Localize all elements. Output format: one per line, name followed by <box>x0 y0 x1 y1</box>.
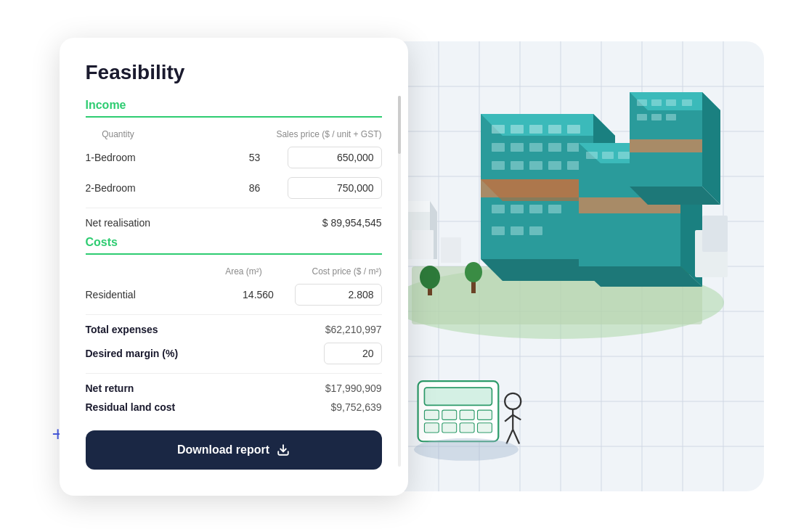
svg-rect-93 <box>442 422 456 432</box>
costs-section-label: Costs <box>86 236 382 255</box>
svg-rect-54 <box>511 226 524 235</box>
svg-rect-78 <box>666 114 676 120</box>
desired-margin-row: Desired margin (%) <box>86 343 382 364</box>
svg-rect-83 <box>702 216 728 252</box>
svg-point-102 <box>414 438 519 460</box>
svg-rect-32 <box>492 125 505 134</box>
header-sales-price: Sales price ($ / unit + GST) <box>151 129 382 139</box>
divider-3 <box>86 373 382 374</box>
svg-rect-88 <box>424 410 439 420</box>
svg-rect-75 <box>682 99 692 106</box>
svg-rect-74 <box>666 99 676 106</box>
svg-rect-95 <box>477 422 492 432</box>
total-expenses-label: Total expenses <box>86 324 158 335</box>
svg-rect-46 <box>529 161 542 170</box>
svg-rect-90 <box>460 410 474 420</box>
svg-rect-85 <box>441 237 461 263</box>
download-icon <box>277 443 290 457</box>
svg-rect-55 <box>529 226 542 235</box>
svg-rect-33 <box>511 125 524 134</box>
svg-rect-94 <box>460 422 474 432</box>
net-realisation-label: Net realisation <box>86 217 151 229</box>
residual-land-cost-value: $9,752,639 <box>330 401 381 413</box>
svg-rect-35 <box>548 125 561 134</box>
scroll-thumb[interactable] <box>398 96 401 154</box>
income-table-header: Quantity Sales price ($ / unit + GST) <box>86 129 382 139</box>
header-area: Area (m²) <box>208 266 280 277</box>
svg-rect-42 <box>548 143 561 152</box>
svg-point-23 <box>465 262 482 282</box>
svg-rect-53 <box>492 226 505 235</box>
costs-table-header: Area (m²) Cost price ($ / m²) <box>86 266 382 277</box>
total-expenses-value: $62,210,997 <box>325 324 382 335</box>
svg-rect-40 <box>511 143 524 152</box>
svg-rect-87 <box>424 388 492 405</box>
svg-rect-89 <box>442 410 456 420</box>
svg-rect-92 <box>424 422 439 432</box>
svg-rect-91 <box>477 410 492 420</box>
divider-2 <box>86 314 382 315</box>
net-realisation-row: Net realisation $ 89,954,545 <box>86 217 382 229</box>
svg-line-100 <box>506 429 513 443</box>
svg-rect-39 <box>492 143 505 152</box>
svg-rect-51 <box>529 205 542 213</box>
bedroom-1-qty: 53 <box>222 152 288 163</box>
bedroom-2-price-input[interactable] <box>288 177 382 199</box>
desired-margin-label: Desired margin (%) <box>86 348 324 359</box>
svg-rect-36 <box>567 125 580 134</box>
svg-marker-70 <box>702 92 720 205</box>
residential-area: 14.560 <box>222 289 295 300</box>
net-realisation-value: $ 89,954,545 <box>322 217 382 229</box>
svg-rect-47 <box>548 161 561 170</box>
income-row-1bedroom: 1-Bedroom 53 <box>86 147 382 168</box>
svg-point-21 <box>420 266 440 289</box>
svg-rect-48 <box>567 161 580 170</box>
svg-rect-62 <box>602 152 614 159</box>
residual-land-cost-label: Residual land cost <box>86 401 176 413</box>
svg-line-99 <box>513 414 521 420</box>
background-panel <box>357 41 764 491</box>
svg-rect-61 <box>586 152 598 159</box>
svg-rect-50 <box>511 205 524 213</box>
net-return-label: Net return <box>86 382 134 394</box>
svg-marker-57 <box>579 266 702 287</box>
svg-rect-52 <box>548 205 561 213</box>
bedroom-2-label: 2-Bedroom <box>86 182 222 194</box>
bedroom-1-price-input[interactable] <box>288 147 382 168</box>
svg-rect-41 <box>529 143 542 152</box>
svg-rect-34 <box>529 125 542 134</box>
svg-rect-76 <box>637 114 647 120</box>
feasibility-card: Feasibility Income Quantity Sales price … <box>60 38 408 496</box>
download-report-label: Download report <box>177 443 269 457</box>
residential-label: Residential <box>86 289 222 300</box>
svg-rect-84 <box>412 230 434 259</box>
desired-margin-input[interactable] <box>324 343 382 364</box>
svg-rect-71 <box>630 139 702 152</box>
costs-row-residential: Residential 14.560 <box>86 284 382 306</box>
svg-line-98 <box>505 414 513 421</box>
bedroom-2-qty: 86 <box>222 182 288 194</box>
svg-point-96 <box>505 393 521 409</box>
bedroom-1-label: 1-Bedroom <box>86 152 222 163</box>
svg-rect-77 <box>651 114 662 120</box>
svg-rect-49 <box>492 205 505 213</box>
net-return-row: Net return $17,990,909 <box>86 382 382 394</box>
residual-land-cost-row: Residual land cost $9,752,639 <box>86 401 382 413</box>
divider-1 <box>86 208 382 208</box>
net-return-value: $17,990,909 <box>325 382 382 394</box>
residential-cost-input[interactable] <box>295 284 382 306</box>
svg-rect-73 <box>651 99 662 106</box>
svg-rect-44 <box>492 161 505 170</box>
total-expenses-row: Total expenses $62,210,997 <box>86 324 382 335</box>
svg-rect-45 <box>511 161 524 170</box>
svg-rect-72 <box>637 99 647 106</box>
income-row-2bedroom: 2-Bedroom 86 <box>86 177 382 199</box>
download-report-button[interactable]: Download report <box>86 430 382 470</box>
svg-line-101 <box>513 429 519 443</box>
header-quantity: Quantity <box>86 129 151 139</box>
income-section-label: Income <box>86 99 382 118</box>
card-title: Feasibility <box>86 61 382 84</box>
header-cost-price: Cost price ($ / m²) <box>280 266 382 277</box>
scrollbar[interactable] <box>398 96 401 467</box>
svg-rect-63 <box>618 152 630 159</box>
